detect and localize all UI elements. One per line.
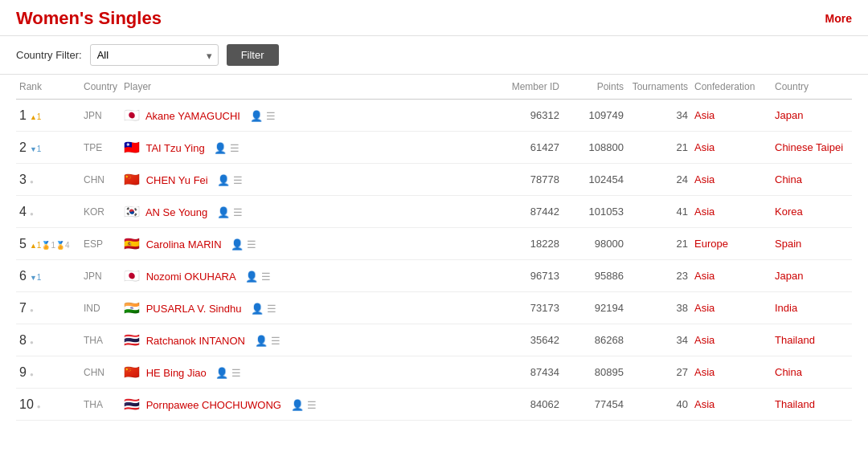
rank-up-icon [30,239,37,250]
tournaments-cell: 21 [627,228,691,260]
player-name-link[interactable]: CHEN Yu Fei [146,174,208,186]
profile-icon[interactable]: 👤 [255,335,268,347]
list-icon[interactable]: ☰ [266,110,276,122]
country-code: ESP [84,238,103,250]
profile-icon[interactable]: 👤 [217,174,230,186]
country-cell: Thailand [772,389,852,421]
rank-cell: 10 [16,389,80,421]
confederation-link[interactable]: Asia [694,270,714,282]
confederation-cell: Asia [691,132,772,164]
confederation-link[interactable]: Asia [694,173,714,185]
country-code-cell: IND [80,292,121,324]
filter-button[interactable]: Filter [227,44,279,66]
player-cell: 🇹🇭 Ratchanok INTANON 👤 ☰ [121,324,498,356]
country-filter-select[interactable]: All [90,44,219,66]
col-player: Player [121,75,498,100]
filter-label: Country Filter: [16,49,82,61]
confederation-link[interactable]: Asia [694,302,714,314]
list-icon[interactable]: ☰ [307,399,317,411]
player-icons: 👤 ☰ [231,238,256,250]
country-code: JPN [84,110,102,121]
profile-icon[interactable]: 👤 [215,367,228,379]
country-code: THA [84,335,103,346]
player-name-link[interactable]: Nozomi OKUHARA [146,271,235,283]
rank-change-val: 1 [37,112,42,121]
col-country-code: Country [80,75,121,100]
rank-cell: 21 [16,132,80,164]
member-id-cell: 84062 [498,389,563,421]
rank-down-icon [30,143,37,154]
player-icons: 👤 ☰ [215,367,241,379]
confederation-link[interactable]: Asia [694,206,714,218]
list-icon[interactable]: ☰ [267,303,276,315]
rank-neutral-icon [30,368,34,379]
player-cell: 🇰🇷 AN Se Young 👤 ☰ [121,196,498,228]
rank-number: 4 [19,205,27,218]
list-icon[interactable]: ☰ [271,335,280,347]
profile-icon[interactable]: 👤 [291,399,304,411]
rank-neutral-icon [30,303,34,315]
profile-icon[interactable]: 👤 [217,206,230,218]
points-cell: 80895 [563,356,627,389]
country-code-cell: JPN [80,260,121,292]
player-name-link[interactable]: TAI Tzu Ying [145,142,204,154]
rank-cell: 61 [16,260,80,292]
country-code: JPN [84,271,102,282]
country-code: CHN [84,367,104,378]
player-cell: 🇹🇼 TAI Tzu Ying 👤 ☰ [121,132,498,164]
player-name-link[interactable]: HE Bing Jiao [146,367,207,379]
country-code-cell: KOR [80,196,121,228]
rank-cell: 11 [16,100,80,132]
profile-icon[interactable]: 👤 [250,110,263,122]
confederation-link[interactable]: Asia [694,334,714,346]
confederation-cell: Asia [691,260,772,292]
player-name-link[interactable]: AN Se Young [145,206,207,218]
player-icons: 👤 ☰ [245,271,271,283]
player-name-link[interactable]: Akane YAMAGUCHI [145,110,240,122]
country-filter-wrapper: All [90,44,219,66]
confederation-link[interactable]: Asia [694,366,714,378]
col-rank: Rank [16,75,80,100]
list-icon[interactable]: ☰ [233,174,243,186]
profile-icon[interactable]: 👤 [245,271,258,283]
tournaments-cell: 21 [627,132,691,164]
country-cell: Thailand [772,324,852,356]
list-icon[interactable]: ☰ [261,271,271,283]
rank-neutral-icon [30,175,34,186]
table-row: 51🏅1🏅4ESP 🇪🇸 Carolina MARIN 👤 ☰ 18228980… [16,228,852,260]
points-cell: 92194 [563,292,627,324]
country-cell: Japan [772,260,852,292]
country-name: China [775,366,802,378]
player-cell: 🇹🇭 Pornpawee CHOCHUWONG 👤 ☰ [121,389,498,421]
profile-icon[interactable]: 👤 [251,303,264,315]
player-name-link[interactable]: Carolina MARIN [146,238,222,250]
player-flag: 🇨🇳 [124,173,140,186]
list-icon[interactable]: ☰ [231,367,241,379]
points-cell: 86268 [563,324,627,356]
more-link[interactable]: More [825,12,852,25]
list-icon[interactable]: ☰ [233,206,243,218]
table-row: 3CHN 🇨🇳 CHEN Yu Fei 👤 ☰ 7877810245424Asi… [16,164,852,196]
confederation-cell: Asia [691,196,772,228]
country-name: Thailand [775,334,815,346]
confederation-cell: Asia [691,100,772,132]
confederation-link[interactable]: Asia [694,398,714,410]
country-cell: China [772,164,852,196]
list-icon[interactable]: ☰ [247,238,256,250]
confederation-link[interactable]: Europe [694,238,728,250]
confederation-link[interactable]: Asia [694,141,714,153]
confederation-link[interactable]: Asia [694,109,714,121]
rank-number: 10 [19,397,34,411]
member-id-cell: 96713 [498,260,563,292]
player-name-link[interactable]: Ratchanok INTANON [146,335,245,347]
player-name-link[interactable]: PUSARLA V. Sindhu [146,303,242,315]
confederation-cell: Europe [691,228,772,260]
rank-cell: 51🏅1🏅4 [16,228,80,260]
profile-icon[interactable]: 👤 [231,238,244,250]
profile-icon[interactable]: 👤 [214,142,227,154]
rank-neutral-icon [37,400,41,411]
player-icons: 👤 ☰ [214,142,240,154]
player-name-link[interactable]: Pornpawee CHOCHUWONG [146,399,281,411]
list-icon[interactable]: ☰ [230,142,240,154]
col-confederation: Confederation [691,75,772,100]
